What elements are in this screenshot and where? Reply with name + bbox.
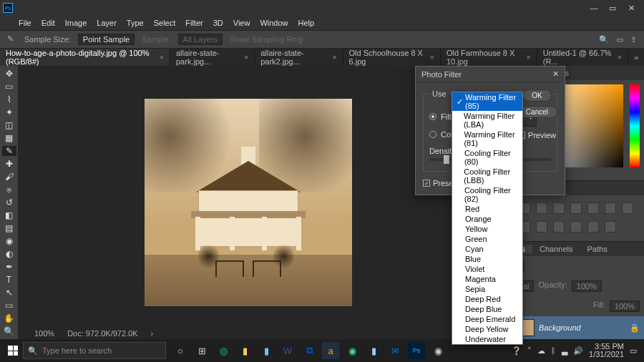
chevron-right-icon[interactable]: ›	[151, 329, 154, 338]
menu-3d[interactable]: 3D	[213, 19, 223, 27]
menu-filter[interactable]: Filter	[185, 19, 203, 27]
cortana-icon[interactable]: ○	[172, 342, 189, 359]
close-icon[interactable]: ×	[160, 53, 164, 62]
menu-select[interactable]: Select	[154, 19, 176, 27]
tray-cloud-icon[interactable]: ☁	[537, 346, 545, 356]
adj-curves-icon[interactable]	[536, 202, 547, 214]
layer-name[interactable]: Background	[539, 323, 581, 332]
adj-posterize-icon[interactable]	[553, 221, 565, 233]
brush-tool[interactable]: 🖌	[2, 172, 16, 182]
menu-view[interactable]: View	[233, 19, 250, 27]
hue-slider[interactable]	[630, 84, 640, 167]
close-icon[interactable]: ×	[244, 53, 248, 62]
zoom-level[interactable]: 100%	[34, 329, 54, 338]
filter-option[interactable]: Deep Yellow	[452, 324, 522, 334]
adj-bw-icon[interactable]	[605, 202, 616, 214]
frame-tool[interactable]: ▦	[2, 133, 16, 143]
filter-option[interactable]: ✓Warming Filter (85)	[452, 92, 522, 111]
quick-select-tool[interactable]: ✦	[2, 107, 16, 117]
adj-photofilter-icon[interactable]	[622, 202, 633, 214]
tray-volume-icon[interactable]: 🔊	[573, 346, 583, 356]
menu-help[interactable]: Help	[298, 19, 315, 27]
filter-option[interactable]: Underwater	[452, 334, 522, 344]
adj-gradientmap-icon[interactable]	[587, 221, 599, 233]
healing-tool[interactable]: ✚	[2, 159, 16, 169]
hand-tool[interactable]: ✋	[2, 313, 16, 323]
close-icon[interactable]: ×	[332, 53, 336, 62]
menu-window[interactable]: Window	[260, 19, 288, 27]
show-sampling-ring[interactable]: Show Sampling Ring	[230, 35, 303, 44]
share-icon[interactable]: ⇪	[630, 35, 637, 44]
gradient-tool[interactable]: ▤	[2, 223, 16, 233]
filter-option[interactable]: Cooling Filter (80)	[452, 148, 522, 167]
dodge-tool[interactable]: ◐	[2, 249, 16, 259]
dropbox-icon[interactable]: ⧉	[301, 342, 318, 359]
app-icon[interactable]: ▮	[365, 342, 382, 359]
tray-help-icon[interactable]: ❔	[512, 346, 522, 356]
filter-option[interactable]: Deep Emerald	[452, 314, 522, 324]
filter-option[interactable]: Cooling Filter (LBB)	[452, 167, 522, 185]
adj-vibrance-icon[interactable]	[570, 202, 582, 214]
preserve-luminosity-checkbox[interactable]: ✓	[423, 180, 430, 187]
adj-hue-icon[interactable]	[587, 202, 599, 214]
menu-type[interactable]: Type	[127, 19, 144, 27]
sample-size-select[interactable]: Point Sample	[78, 34, 135, 45]
lasso-tool[interactable]: ⌇	[2, 94, 16, 104]
close-icon[interactable]: ×	[617, 53, 621, 62]
filter-option[interactable]: Red	[452, 204, 522, 214]
search-icon[interactable]: 🔍	[599, 35, 609, 44]
photoshop-taskbar-icon[interactable]: Ps	[408, 342, 425, 359]
canvas-area[interactable]: 100% Doc: 972.0K/972.0K ›	[19, 66, 478, 339]
filter-option[interactable]: Warming Filter (81)	[452, 129, 522, 148]
taskbar-search[interactable]: 🔍 Type here to search	[23, 342, 166, 359]
menu-image[interactable]: Image	[65, 19, 87, 27]
menu-edit[interactable]: Edit	[42, 19, 55, 27]
zoom-tool[interactable]: 🔍	[2, 326, 16, 336]
filter-option[interactable]: Violet	[452, 264, 522, 274]
filter-option[interactable]: Green	[452, 234, 522, 244]
tray-network-icon[interactable]: ▃	[562, 346, 567, 356]
close-icon[interactable]: ×	[526, 53, 530, 62]
close-button[interactable]: ✕	[627, 4, 635, 13]
doc-tab-5[interactable]: Old Farmhouse 8 X 10.jpg×	[441, 49, 537, 66]
edge-icon[interactable]: ◎	[215, 342, 232, 359]
crop-tool[interactable]: ◫	[2, 120, 16, 130]
filter-option[interactable]: Magenta	[452, 274, 522, 284]
filter-radio[interactable]	[429, 113, 436, 120]
tabs-overflow[interactable]: »	[628, 49, 644, 66]
close-icon[interactable]: ×	[430, 53, 434, 62]
blur-tool[interactable]: ◉	[2, 236, 16, 246]
doc-tab-2[interactable]: allaire-state-park.jpg...×	[170, 49, 255, 66]
tripadvisor-icon[interactable]: ◉	[343, 342, 361, 359]
explorer-icon[interactable]: ▮	[236, 342, 253, 359]
pen-tool[interactable]: ✒	[2, 262, 16, 272]
eraser-tool[interactable]: ◧	[2, 210, 16, 220]
marquee-tool[interactable]: ▭	[2, 82, 16, 92]
path-tool[interactable]: ↖	[2, 288, 16, 298]
dialog-close-button[interactable]: ✕	[552, 69, 559, 79]
filter-option[interactable]: Sepia	[452, 284, 522, 294]
filter-option[interactable]: Cooling Filter (82)	[452, 185, 522, 204]
filter-option[interactable]: Orange	[452, 214, 522, 224]
opacity-input[interactable]: 100%	[572, 280, 602, 292]
adj-threshold-icon[interactable]	[570, 221, 582, 233]
color-radio[interactable]	[429, 131, 436, 138]
adj-invert-icon[interactable]	[536, 221, 547, 233]
clone-tool[interactable]: ⍟	[2, 185, 16, 195]
taskview-icon[interactable]: ⊞	[193, 342, 210, 359]
word-icon[interactable]: W	[279, 342, 296, 359]
lock-icon[interactable]: 🔒	[630, 323, 640, 333]
menu-file[interactable]: File	[19, 19, 31, 27]
filter-option[interactable]: Deep Blue	[452, 304, 522, 314]
start-button[interactable]	[3, 341, 23, 361]
tab-channels[interactable]: Channels	[532, 245, 580, 253]
amazon-icon[interactable]: a	[322, 342, 339, 359]
doc-tab-3[interactable]: allaire-state-park2.jpg...×	[255, 49, 343, 66]
filter-option[interactable]: Blue	[452, 254, 522, 264]
sample-select[interactable]: All Layers	[178, 34, 223, 45]
filter-option[interactable]: Deep Red	[452, 294, 522, 304]
ok-button[interactable]: OK	[522, 89, 551, 102]
mail-icon[interactable]: ✉	[386, 342, 404, 359]
adj-exposure-icon[interactable]	[553, 202, 565, 214]
filter-option[interactable]: Warming Filter (LBA)	[452, 111, 522, 129]
